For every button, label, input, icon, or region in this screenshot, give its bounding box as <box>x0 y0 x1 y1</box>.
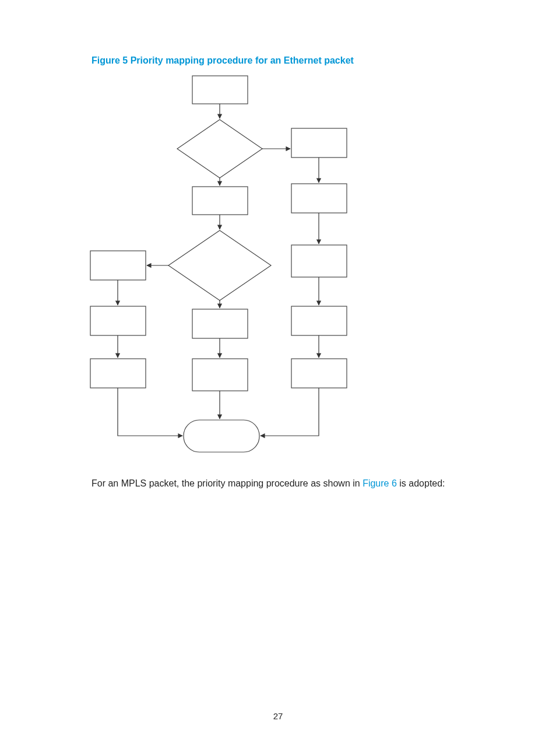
flow-decision <box>177 120 262 178</box>
flow-arrow <box>261 388 319 436</box>
flow-node <box>192 76 248 104</box>
caption-text: is adopted: <box>399 478 445 488</box>
flow-node <box>192 187 248 215</box>
flow-node <box>90 359 146 388</box>
flow-node <box>291 184 347 213</box>
flow-node <box>291 245 347 277</box>
flow-node <box>192 359 248 391</box>
flow-decision <box>168 230 271 300</box>
body-text: For an MPLS packet, the priority mapping… <box>92 478 445 489</box>
flow-arrow <box>118 388 182 436</box>
figure-title: Figure 5 Priority mapping procedure for … <box>92 55 354 66</box>
flow-terminator <box>184 420 259 452</box>
flow-node <box>291 359 347 388</box>
page: Figure 5 Priority mapping procedure for … <box>0 0 556 756</box>
flowchart-shapes <box>90 76 347 452</box>
flow-node <box>192 309 248 338</box>
page-number: 27 <box>0 711 556 721</box>
caption-text: For an MPLS packet, the priority mapping… <box>92 478 363 488</box>
flow-node <box>291 306 347 335</box>
figure-link[interactable]: Figure 6 <box>363 478 397 488</box>
flow-node <box>291 128 347 158</box>
flow-node <box>90 251 146 280</box>
flowchart-diagram <box>85 70 370 467</box>
flow-node <box>90 306 146 335</box>
